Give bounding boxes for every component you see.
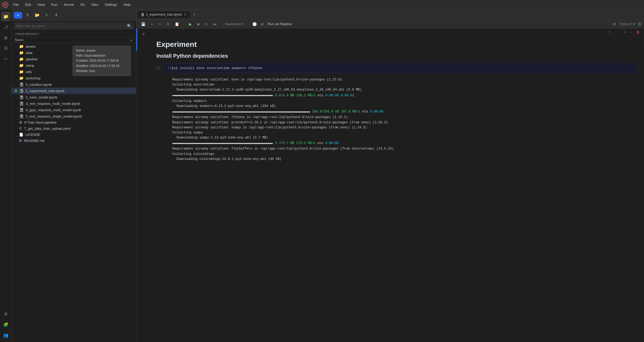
folder-icon: 📁	[19, 70, 24, 74]
search-submit-button[interactable]: 🔍	[127, 24, 131, 28]
eta-value-1b: 0:00:01	[341, 93, 354, 98]
list-item[interactable]: 📁 assets Name: assets Path: fraud-detect…	[12, 43, 136, 50]
expand-button[interactable]: ⤢	[629, 30, 634, 35]
list-item[interactable]: 📓 2_save_model.ipynb	[12, 94, 136, 100]
file-panel-toolbar: + ⬆ 📂 ↻ ⬇	[12, 10, 136, 21]
sidebar-item-extensions[interactable]: ⚙	[1, 309, 11, 319]
tab-label: 1_experiment_train.ipynb	[146, 13, 182, 16]
sidebar-item-users[interactable]: 👥	[1, 330, 11, 340]
list-item[interactable]: 📄 LICENSE	[12, 132, 136, 138]
menu-help[interactable]: Help	[121, 2, 133, 8]
menu-kernel[interactable]: Kernel	[61, 2, 77, 8]
file-list-header-name: Name	[15, 38, 24, 42]
tooltip-created: Created: 2024-04-03 17:59:18	[76, 58, 127, 63]
output-line: Downloading seaborn-0.13.2-py3-none-any.…	[172, 104, 638, 109]
new-button[interactable]: +	[14, 12, 22, 19]
menu-view[interactable]: View	[35, 2, 47, 8]
list-item[interactable]: ⚙ 6 Train Save.pipeline	[12, 119, 136, 125]
save-button[interactable]: 💾	[139, 21, 147, 27]
progress-speed-2: 297.6 MB/s	[341, 109, 360, 114]
sidebar-item-puzzle[interactable]: 🧩	[1, 320, 11, 329]
stop-button[interactable]: ■	[196, 21, 201, 27]
tab-icon: 📓	[141, 13, 144, 16]
folder-icon: 📁	[19, 44, 24, 48]
list-item-active[interactable]: 📓 1_experiment_train.ipynb	[12, 88, 136, 94]
sidebar-item-files[interactable]: 📁	[1, 12, 11, 21]
cell-type-select[interactable]: Markdown ▾	[225, 22, 244, 26]
breadcrumb: / fraud-detection /	[12, 31, 136, 37]
menu-git[interactable]: Git	[78, 2, 87, 8]
list-item[interactable]: 📓 4_grpc_requests_multi_model.ipynb	[12, 107, 136, 113]
tab-bar: 📓 1_experiment_train.ipynb ✕ +	[136, 10, 644, 20]
list-item[interactable]: M README.md	[12, 138, 136, 144]
cell-subheading: Install Python dependencies	[156, 53, 638, 59]
sidebar-item-search[interactable]: ⊞	[1, 33, 11, 42]
move-down-button[interactable]: ↓	[618, 30, 622, 35]
output-line: Requirement already satisfied: flatbuffe…	[172, 146, 638, 151]
yaml-icon: Y:	[19, 127, 22, 130]
notebook-icon: 📓	[19, 95, 24, 99]
file-name: README.md	[24, 139, 133, 143]
file-name: 0_sandbox.ipynb	[26, 83, 133, 87]
list-item[interactable]: Y: 7_get_data_train_upload.yaml	[12, 125, 136, 132]
time-icon[interactable]: 🕐	[251, 21, 258, 27]
code-cell-container: Install Python dependencies [1]: !!pip i…	[136, 53, 644, 164]
progress-speed-1: 156.3 MB/s	[296, 93, 315, 98]
menu-settings[interactable]: Settings	[102, 2, 120, 8]
breadcrumb-text: / fraud-detection /	[15, 32, 39, 36]
delete-cell-button[interactable]: 🗑	[635, 30, 641, 35]
search-input[interactable]	[16, 24, 127, 28]
notebook-tab[interactable]: 📓 1_experiment_train.ipynb ✕	[137, 11, 191, 18]
output-line: Requirement already satisfied: onnx in /…	[172, 77, 638, 82]
progress-bar-2	[172, 111, 310, 112]
new-button-icon: +	[17, 13, 19, 17]
sidebar-item-git[interactable]: ⎇	[1, 22, 11, 32]
move-up-button[interactable]: ↑	[613, 30, 617, 35]
settings-cog-icon[interactable]: ⚙	[611, 21, 618, 27]
eta-label-3: eta	[317, 141, 323, 146]
new-folder-button[interactable]: 📂	[33, 11, 41, 19]
sidebar-item-code[interactable]: </>	[1, 54, 11, 64]
code-block[interactable]: !!pip install onnx onnxruntime seaborn t…	[164, 63, 638, 73]
code-command: !	[167, 66, 170, 70]
notebook-icon: 📓	[19, 89, 24, 93]
copy-button[interactable]: ⧉	[165, 21, 171, 27]
sort-icon[interactable]: ▲	[130, 38, 133, 42]
file-tooltip: Name: assets Path: fraud-detection Creat…	[73, 46, 131, 76]
kernel-name: Python 3.9	[620, 22, 635, 26]
code-content: !pip install onnx onnxruntime seaborn tf…	[170, 66, 263, 70]
refresh-kernel-button[interactable]: ↻	[203, 21, 210, 27]
upload-button[interactable]: ⬆	[24, 11, 32, 19]
copy-cell-button[interactable]: ⎘	[608, 30, 612, 35]
progress-size-2: 294.9/294.9 kB	[312, 109, 339, 114]
add-cell-button[interactable]: +	[149, 21, 155, 27]
menu-file[interactable]: File	[11, 2, 21, 8]
toolbar-divider	[184, 21, 184, 27]
menu-edit[interactable]: Edit	[23, 2, 34, 8]
add-tab-button[interactable]: +	[191, 11, 198, 18]
output-block: Requirement already satisfied: onnx in /…	[156, 75, 638, 164]
list-item[interactable]: 📓 0_sandbox.ipynb	[12, 81, 136, 88]
code-cell: [1]: !!pip install onnx onnxruntime seab…	[156, 63, 638, 73]
list-item[interactable]: 📓 5_rest_requests_single_model.ipynb	[12, 113, 136, 119]
download-button[interactable]: ⬇	[623, 30, 628, 35]
tab-close-button[interactable]: ✕	[183, 13, 187, 16]
output-line: Downloading coloredlogs-15.0.1-py2.none-…	[172, 157, 638, 162]
progress-bar-1	[172, 95, 273, 96]
list-item[interactable]: 📓 3_rest_requests_multi_model.ipynb	[12, 100, 136, 107]
paste-button[interactable]: 📋	[173, 21, 181, 27]
toolbar-divider-2	[222, 21, 222, 27]
menu-run[interactable]: Run	[48, 2, 60, 8]
collapse-cell-button[interactable]: ▼	[142, 32, 145, 36]
cut-button[interactable]: ✂	[157, 21, 163, 27]
sidebar-item-list[interactable]: ☰	[1, 43, 11, 53]
refresh-button[interactable]: ↻	[43, 11, 51, 19]
file-name: LICENSE	[25, 133, 133, 137]
menu-tabs[interactable]: Tabs	[88, 2, 101, 8]
run-button[interactable]: ▶	[187, 21, 193, 27]
git-badge[interactable]: git	[261, 22, 264, 26]
run-pipeline-button[interactable]: Run as Pipeline	[266, 21, 293, 27]
fast-forward-button[interactable]: ⏭	[212, 21, 219, 27]
git-pull-button[interactable]: ⬇	[52, 11, 60, 19]
menu-bar: File Edit View Run Kernel Git Tabs Setti…	[0, 0, 644, 10]
